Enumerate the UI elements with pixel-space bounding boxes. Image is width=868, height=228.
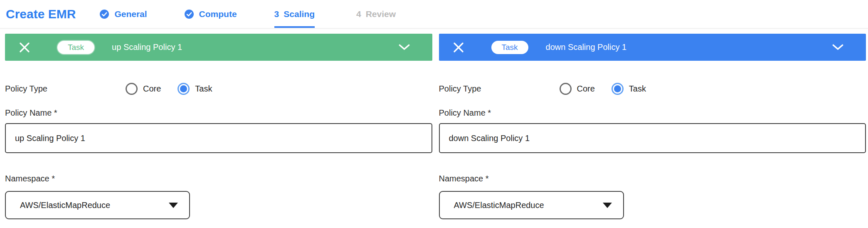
step-label: Scaling (284, 9, 315, 19)
radio-core[interactable]: Core (126, 83, 161, 95)
panel-body: Policy Type Core Task Policy Name * Name… (439, 82, 866, 219)
namespace-selected-value: AWS/ElasticMapReduce (454, 201, 544, 210)
radio-circle-icon (612, 83, 624, 95)
step-number: 4 (356, 9, 361, 19)
namespace-selected-value: AWS/ElasticMapReduce (20, 201, 110, 210)
radio-circle-icon (178, 83, 190, 95)
panel-down-scaling-policy: Task down Scaling Policy 1 Policy Type C… (439, 34, 866, 219)
policy-name-label: Policy Name * (5, 108, 432, 118)
panel-header-down-scaling[interactable]: Task down Scaling Policy 1 (439, 34, 866, 61)
check-circle-icon (185, 10, 194, 19)
wizard-header: Create EMR General Compute 3 Scaling 4 R… (0, 0, 868, 29)
page-title: Create EMR (6, 0, 76, 28)
panel-title: up Scaling Policy 1 (112, 42, 182, 52)
policy-type-label: Policy Type (439, 84, 560, 94)
namespace-select[interactable]: AWS/ElasticMapReduce (439, 191, 624, 219)
step-compute[interactable]: Compute (185, 0, 237, 28)
radio-circle-icon (560, 83, 572, 95)
panel-header-up-scaling[interactable]: Task up Scaling Policy 1 (5, 34, 432, 61)
panel-up-scaling-policy: Task up Scaling Policy 1 Policy Type Cor… (5, 34, 432, 219)
policy-type-badge: Task (491, 41, 528, 54)
panel-title: down Scaling Policy 1 (546, 42, 627, 52)
caret-down-icon (169, 203, 178, 208)
radio-label: Core (143, 84, 161, 94)
radio-circle-icon (126, 83, 138, 95)
caret-down-icon (603, 203, 612, 208)
step-label: General (114, 9, 147, 19)
policy-name-input[interactable] (5, 123, 432, 153)
close-icon[interactable] (452, 41, 465, 54)
panel-body: Policy Type Core Task Policy Name * Name… (5, 82, 432, 219)
chevron-down-icon[interactable] (832, 44, 843, 50)
radio-label: Task (629, 84, 646, 94)
step-label: Review (366, 9, 396, 19)
policy-type-row: Policy Type Core Task (439, 82, 866, 96)
step-general[interactable]: General (100, 0, 147, 28)
namespace-label: Namespace * (439, 174, 866, 183)
chevron-down-icon[interactable] (399, 44, 410, 50)
namespace-label: Namespace * (5, 174, 432, 183)
radio-label: Task (195, 84, 212, 94)
radio-core[interactable]: Core (560, 83, 595, 95)
radio-task[interactable]: Task (178, 83, 212, 95)
scaling-policies-container: Task up Scaling Policy 1 Policy Type Cor… (5, 34, 866, 219)
radio-label: Core (577, 84, 595, 94)
policy-type-badge: Task (57, 41, 94, 54)
check-circle-icon (100, 10, 109, 19)
namespace-select[interactable]: AWS/ElasticMapReduce (5, 191, 190, 219)
policy-name-input[interactable] (439, 123, 866, 153)
policy-name-label: Policy Name * (439, 108, 866, 118)
policy-type-row: Policy Type Core Task (5, 82, 432, 96)
step-number: 3 (274, 9, 279, 19)
policy-type-label: Policy Type (5, 84, 126, 94)
step-scaling[interactable]: 3 Scaling (274, 0, 315, 28)
close-icon[interactable] (18, 41, 31, 54)
step-label: Compute (199, 9, 237, 19)
radio-task[interactable]: Task (612, 83, 646, 95)
step-review[interactable]: 4 Review (356, 0, 396, 28)
